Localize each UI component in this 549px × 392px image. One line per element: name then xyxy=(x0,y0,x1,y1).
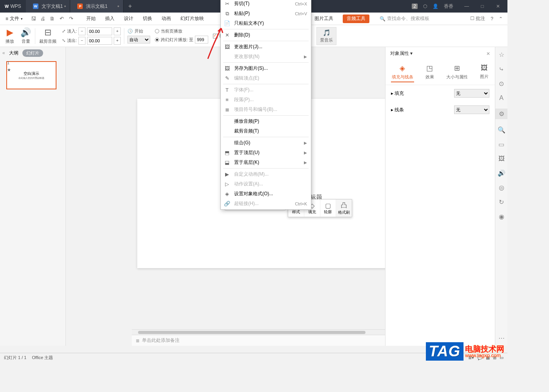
ctx-item[interactable]: ✕删除(D) xyxy=(221,30,311,40)
fadein-plus[interactable]: + xyxy=(114,27,121,35)
size-icon: ⊞ xyxy=(454,64,460,73)
clock-icon: 🕓 xyxy=(127,29,133,34)
volume-button[interactable]: 🔊 音量 xyxy=(17,27,34,44)
slide-thumbnail[interactable]: 空白演示 在此输入您的封面副标题 xyxy=(6,61,56,89)
ctx-item[interactable]: ⬓置于底层(K)▶ xyxy=(221,158,311,167)
strip-icon-5[interactable]: 🔍 xyxy=(498,126,505,134)
close-window-button[interactable]: ✕ xyxy=(490,0,506,13)
tab-start[interactable]: 开始 xyxy=(82,13,100,25)
ctx-item: ≣项目符号和编号(B)... xyxy=(221,105,311,114)
line-section[interactable]: ▸ 线条 无 xyxy=(385,102,495,118)
fadein-minus[interactable]: − xyxy=(78,27,85,35)
fadeout-plus[interactable]: + xyxy=(114,37,121,45)
undo-icon[interactable]: ↶ xyxy=(57,15,66,23)
cross-slide-radio[interactable]: 跨幻灯片播放: 至 xyxy=(155,36,208,44)
fadeout-input[interactable] xyxy=(87,37,112,45)
prop-tab-effect[interactable]: ◳效果 xyxy=(425,62,435,82)
maximize-button[interactable]: □ xyxy=(474,0,490,13)
ctx-item: ▷动作设置(A)... xyxy=(221,179,311,189)
fadeout-icon: ⤡ xyxy=(62,38,65,43)
ctx-item[interactable]: ⬒置于顶层(U)▶ xyxy=(221,148,311,158)
file-menu[interactable]: ≡ 文件 ▾ xyxy=(2,15,27,22)
slide-number: 1 xyxy=(7,60,9,65)
ctx-item: T字体(F)... xyxy=(221,85,311,95)
fill-section[interactable]: ▸ 填充 无 xyxy=(385,85,495,102)
strip-icon-2[interactable]: ⤷ xyxy=(499,65,504,73)
tab-close-icon[interactable]: • xyxy=(117,3,119,9)
user-name[interactable]: 香香 xyxy=(444,3,453,10)
ctx-item[interactable]: ✂剪切(T)Ctrl+X xyxy=(221,0,311,9)
command-search[interactable]: 🔍 查找命令、搜索模板 xyxy=(380,15,429,22)
strip-icon-11[interactable]: ◉ xyxy=(499,213,504,220)
tab-insert[interactable]: 插入 xyxy=(100,13,119,25)
fadein-input[interactable] xyxy=(87,27,112,35)
ctx-item: 🔗超链接(H)...Ctrl+K xyxy=(221,199,311,209)
minimize-button[interactable]: — xyxy=(459,0,474,13)
notification-badge[interactable]: 2 xyxy=(412,4,418,9)
theme-name: Office 主题 xyxy=(32,355,53,361)
tab-animation[interactable]: 动画 xyxy=(157,13,176,25)
play-button[interactable]: ▶ 播放 xyxy=(2,27,17,44)
add-tab-button[interactable]: + xyxy=(124,3,136,10)
strip-icon-6[interactable]: ▭ xyxy=(498,141,504,148)
current-page-radio[interactable]: 当前页播放 xyxy=(155,28,208,34)
ctx-item[interactable]: 📄只粘贴文本(Y) xyxy=(221,18,311,28)
app-logo: W WPS xyxy=(0,4,26,9)
tab-slideshow[interactable]: 幻灯片放映 xyxy=(176,13,209,25)
ctx-item[interactable]: 播放音频(P) xyxy=(221,116,311,126)
mini-outline[interactable]: ▢轮廓 xyxy=(320,200,336,217)
line-select[interactable]: 无 xyxy=(454,105,489,114)
prop-tab-size[interactable]: ⊞大小与属性 xyxy=(445,62,469,82)
collapse-ribbon-icon[interactable]: ⌃ xyxy=(499,16,503,22)
slide-panel: « 大纲 幻灯片 1 ★ 空白演示 在此输入您的封面副标题 xyxy=(0,47,66,346)
tab-audio-tools[interactable]: 音频工具 xyxy=(338,13,374,25)
save-icon[interactable]: 🖫 xyxy=(29,15,38,23)
strip-icon-active[interactable]: ⚙ xyxy=(495,109,507,119)
fill-select[interactable]: 无 xyxy=(454,89,489,98)
tab-transition[interactable]: 切换 xyxy=(138,13,157,25)
strip-more-icon[interactable]: ⋯ xyxy=(498,334,505,342)
search-icon: 🔍 xyxy=(380,16,385,22)
help-icon[interactable]: ? xyxy=(491,16,493,22)
strip-icon-8[interactable]: 🔊 xyxy=(498,169,505,177)
panel-close-icon[interactable]: ✕ xyxy=(486,51,490,56)
strip-icon-4[interactable]: A xyxy=(499,94,504,102)
ctx-item[interactable]: 🖼更改图片(J)... xyxy=(221,42,311,52)
print-preview-icon[interactable]: 🗎 xyxy=(48,15,56,23)
fadeout-minus[interactable]: − xyxy=(78,37,85,45)
redo-icon[interactable]: ↷ xyxy=(67,15,75,23)
ctx-item[interactable]: ⧉粘贴(P)Ctrl+V xyxy=(221,9,311,18)
tab-design[interactable]: 设计 xyxy=(119,13,138,25)
cross-slide-input[interactable] xyxy=(195,36,208,44)
comments-button[interactable]: ☐ 批注 xyxy=(470,15,485,22)
doc-tab-2[interactable]: P 演示文稿1 • xyxy=(70,0,124,13)
print-icon[interactable]: 🖨 xyxy=(38,15,47,23)
strip-icon-7[interactable]: 🖼 xyxy=(498,155,505,162)
outline-tab[interactable]: 大纲 xyxy=(9,50,18,56)
tab-picture-tools[interactable]: 图片工具 xyxy=(310,13,338,25)
user-avatar-icon[interactable]: 👤 xyxy=(433,4,438,9)
doc-tab-1[interactable]: W 文字文稿1 • xyxy=(26,0,71,13)
ctx-item[interactable]: 🖼另存为图片(S)... xyxy=(221,64,311,73)
strip-icon-1[interactable]: ☆ xyxy=(499,51,504,58)
ctx-item[interactable]: ◈设置对象格式(O)... xyxy=(221,189,311,199)
strip-icon-9[interactable]: ◎ xyxy=(499,184,504,191)
skin-icon[interactable]: ⬡ xyxy=(423,4,427,9)
trim-audio-button[interactable]: ⊟ 裁剪音频 xyxy=(36,27,60,44)
bg-music-button[interactable]: 🎵 景音乐 xyxy=(316,27,336,45)
slides-tab[interactable]: 幻灯片 xyxy=(22,49,43,57)
strip-icon-10[interactable]: ↻ xyxy=(499,198,504,206)
collapse-panel-icon[interactable]: « xyxy=(2,50,5,56)
mini-format-painter[interactable]: 凸格式刷 xyxy=(336,200,352,217)
strip-icon-3[interactable]: ⊙ xyxy=(499,80,504,87)
music-icon: 🎵 xyxy=(323,29,331,36)
prop-tab-picture[interactable]: 🖼图片 xyxy=(479,62,489,82)
ctx-item[interactable]: 组合(G)▶ xyxy=(221,138,311,148)
tab-close-icon[interactable]: • xyxy=(64,3,66,9)
trim-icon: ⊟ xyxy=(44,27,51,38)
start-mode-select[interactable]: 自动 xyxy=(127,36,150,44)
slide-star-icon: ★ xyxy=(7,67,11,73)
prop-tab-fill[interactable]: ◈填充与线条 xyxy=(391,62,414,82)
ctx-item[interactable]: 裁剪音频(T) xyxy=(221,126,311,136)
object-properties-panel: 对象属性 ▾ ✕ ◈填充与线条 ◳效果 ⊞大小与属性 🖼图片 ▸ 填充 无 ▸ … xyxy=(385,47,495,346)
